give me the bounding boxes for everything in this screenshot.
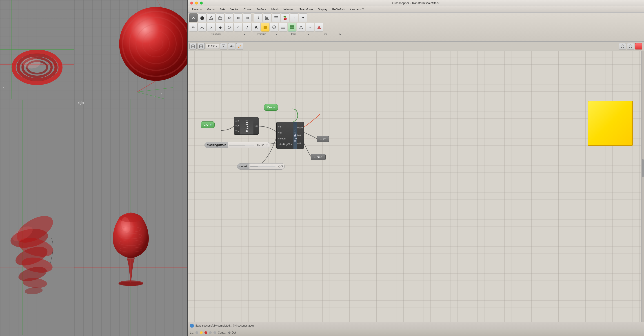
geometry-label: Geometry [190, 33, 243, 35]
revsrf-port-d: D [235, 129, 239, 132]
menu-params[interactable]: Params [190, 7, 204, 12]
menu-transform[interactable]: Transform [297, 7, 315, 12]
toolbar-btn-A[interactable]: A [252, 23, 260, 32]
revsrf-port-a: A [235, 125, 239, 127]
toolbar-btn-circle2[interactable]: ○ [234, 23, 242, 32]
revsrf-port-d-label: D [238, 129, 239, 132]
svg-rect-66 [290, 26, 292, 27]
svg-rect-56 [274, 17, 278, 17]
viewport-label-right: Right [76, 101, 84, 105]
bottom-item-l: L... [190, 331, 194, 334]
canvas-scrollbar[interactable] [641, 51, 644, 322]
tool-btn-fit[interactable] [220, 43, 227, 50]
viewport-top-left[interactable]: x [0, 0, 74, 99]
svg-text:y: y [160, 92, 162, 95]
viewport-area: x x y z [0, 0, 188, 336]
maximize-button[interactable] [200, 2, 203, 5]
tool-btn-red-dot[interactable] [635, 43, 642, 50]
pt-input-port [320, 138, 322, 140]
toolbar-btn-cherry[interactable]: 🍒 [281, 14, 290, 22]
toolbar-btn-gear[interactable]: ⚙ [225, 14, 234, 22]
toolbar-btn-3d[interactable] [216, 14, 224, 22]
pt-node[interactable]: Pt [317, 136, 329, 142]
menu-mesh[interactable]: Mesh [269, 7, 281, 12]
revsrf-port-p: P [235, 120, 239, 123]
menu-vector[interactable]: Vector [228, 7, 241, 12]
toolbar-btn-pen[interactable]: ✏ [189, 23, 198, 32]
toolbar-btn-hexagon[interactable]: ⬡ [225, 23, 234, 32]
tool-btn-eye[interactable] [228, 43, 235, 50]
toolbar: ✕ ⬤ ⚙ ⊕ ⊞ ⤓ 🍒 → ▼ ✏ [188, 13, 644, 42]
zoom-display[interactable]: 111% ▾ [206, 44, 219, 49]
svg-rect-57 [274, 18, 278, 18]
tool-btn-pencil[interactable] [236, 43, 243, 50]
python-port-g-label: g [280, 131, 282, 134]
canvas-area[interactable]: Crv Crv P A [188, 51, 644, 322]
svg-rect-69 [292, 28, 294, 29]
toolbar-btn-7[interactable]: 7 [243, 23, 252, 32]
toolbar-btn-circle[interactable]: ⬤ [198, 14, 206, 22]
viewport-bottom-left[interactable] [0, 99, 74, 336]
toolbar-btn-circle3[interactable] [270, 23, 278, 32]
stacking-offset-node[interactable]: stackingOffset 45.223 ◇ [204, 142, 270, 148]
python-port-c: c [278, 125, 293, 128]
toolbar-btn-mesh[interactable] [207, 14, 216, 22]
toolbar-btn-cone[interactable] [315, 23, 323, 32]
toolbar-btn-columns[interactable] [272, 14, 280, 22]
svg-line-12 [137, 88, 173, 92]
canvas-scrollbar-thumb[interactable] [642, 159, 644, 177]
toolbar-btn-triangles[interactable] [297, 23, 305, 32]
toolbar-btn-square-dots[interactable] [263, 14, 272, 22]
svg-rect-68 [290, 28, 292, 29]
python-node[interactable]: c g count stackingOffset Python out [276, 122, 304, 149]
minimize-button[interactable] [195, 2, 198, 5]
viewport-bottom-right[interactable]: Right [74, 99, 188, 336]
tool-btn-back[interactable] [619, 43, 626, 50]
count-track[interactable] [250, 164, 276, 169]
menu-pufferfish[interactable]: Pufferfish [330, 7, 347, 12]
toolbar-btn-drop[interactable]: ▼ [299, 14, 308, 22]
tool-btn-doc[interactable] [190, 43, 196, 50]
tools-bar: 111% ▾ [188, 42, 644, 51]
crv-top-node[interactable]: Crv [264, 104, 278, 111]
toolbar-btn-x[interactable]: ✕ [189, 14, 198, 22]
toolbar-btn-helix[interactable] [207, 23, 216, 32]
svg-point-80 [629, 45, 632, 48]
stacking-offset-label: stackingOffset [205, 142, 228, 148]
crv-top-output-port [273, 107, 275, 108]
viewport-top-right[interactable]: x y z [74, 0, 188, 99]
geo-node[interactable]: Geo [311, 154, 326, 160]
menu-maths[interactable]: Maths [204, 7, 217, 12]
toolbar-btn-arrow-r[interactable]: → [290, 14, 298, 22]
toolbar-btn-arc[interactable] [198, 23, 206, 32]
toolbar-btn-down-arrow[interactable]: ⤓ [254, 14, 262, 22]
bottom-item-conti: Conti... [218, 331, 226, 334]
menu-intersect[interactable]: Intersect [281, 7, 297, 12]
stacking-offset-track[interactable] [228, 142, 255, 148]
tool-btn-grid[interactable] [198, 43, 205, 50]
menu-surface[interactable]: Surface [254, 7, 269, 12]
count-node[interactable]: count ◇ 3 [237, 163, 285, 170]
menu-curve[interactable]: Curve [241, 7, 254, 12]
toolbar-btn-diamond[interactable]: ◆ [216, 23, 224, 32]
toolbar-btn-green-grid[interactable] [288, 23, 296, 32]
python-outputs: out b a [297, 122, 304, 149]
toolbar-btn-lines[interactable] [279, 23, 288, 32]
tool-btn-forward[interactable] [627, 43, 634, 50]
toolbar-btn-yellow[interactable] [261, 23, 270, 32]
toolbar-btn-func[interactable]: ⊞ [243, 14, 252, 22]
python-a-label: a [297, 142, 299, 145]
menu-display[interactable]: Display [316, 7, 330, 12]
toolbar-labels: Geometry ▶ Primitive ▶ Input ▶ Util ▶ [189, 33, 643, 35]
port-circle-a [235, 125, 237, 127]
window-controls[interactable] [190, 2, 203, 5]
bottom-dot-5 [214, 331, 216, 334]
revsrf-node[interactable]: P A D RevSrf S [234, 117, 259, 135]
menu-sets[interactable]: Sets [217, 7, 228, 12]
menu-kangaroo2[interactable]: Kangaroo2 [347, 7, 366, 12]
close-button[interactable] [190, 2, 193, 5]
toolbar-btn-arrow-r2[interactable]: → [306, 23, 314, 32]
crv-left-node[interactable]: Crv [201, 121, 214, 128]
zoom-level: 111% [208, 45, 215, 48]
toolbar-btn-target[interactable]: ⊕ [234, 14, 242, 22]
